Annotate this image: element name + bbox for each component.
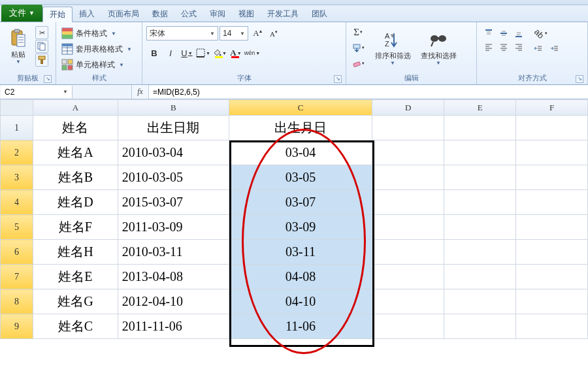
cell-B1[interactable]: 出生日期 — [118, 116, 229, 140]
grow-font-button[interactable]: A▴ — [250, 26, 265, 41]
cell-A8[interactable]: 姓名G — [33, 289, 118, 314]
cell-D9[interactable] — [372, 314, 444, 339]
cut-button[interactable]: ✂ — [35, 26, 48, 39]
cell-A2[interactable]: 姓名A — [33, 140, 118, 165]
cell-D6[interactable] — [372, 240, 444, 265]
align-center-button[interactable] — [496, 40, 512, 54]
cell-F6[interactable] — [516, 240, 588, 265]
cell-D7[interactable] — [372, 265, 444, 289]
align-middle-button[interactable] — [496, 26, 512, 41]
sort-filter-button[interactable]: AZ 排序和筛选 ▼ — [371, 25, 414, 71]
cell-A7[interactable]: 姓名E — [33, 265, 118, 289]
cell-C1[interactable]: 出生月日 — [229, 116, 372, 140]
dialog-launcher-icon[interactable]: ↘ — [44, 75, 52, 83]
border-button[interactable]: ▼ — [195, 46, 211, 60]
table-format-button[interactable]: 套用表格格式 ▼ — [60, 42, 133, 56]
cell-A1[interactable]: 姓名 — [33, 116, 118, 140]
align-top-button[interactable] — [481, 26, 497, 41]
cell-B3[interactable]: 2010-03-05 — [118, 165, 229, 190]
tab-team[interactable]: 团队 — [305, 6, 334, 22]
tab-insert[interactable]: 插入 — [73, 6, 101, 22]
tab-formulas[interactable]: 公式 — [174, 6, 203, 22]
cell-E7[interactable] — [444, 265, 516, 289]
find-select-button[interactable]: 查找和选择 ▼ — [417, 25, 460, 71]
autosum-button[interactable]: Σ▾ — [350, 25, 366, 39]
row-header-2[interactable]: 2 — [1, 140, 33, 165]
font-color-button[interactable]: A ▼ — [228, 46, 244, 60]
increase-indent-button[interactable] — [547, 42, 563, 56]
cell-E1[interactable] — [444, 116, 516, 140]
cell-B6[interactable]: 2010-03-11 — [118, 240, 229, 265]
cell-A4[interactable]: 姓名D — [33, 190, 118, 215]
tab-home[interactable]: 开始 — [42, 7, 73, 22]
conditional-format-button[interactable]: 条件格式 ▼ — [60, 26, 118, 41]
col-header-F[interactable]: F — [516, 100, 588, 116]
font-name-select[interactable]: 宋体 ▼ — [146, 26, 218, 41]
font-size-select[interactable]: 14 ▼ — [220, 26, 248, 41]
tab-developer[interactable]: 开发工具 — [261, 6, 305, 22]
cell-B4[interactable]: 2015-03-07 — [118, 190, 229, 215]
row-header-3[interactable]: 3 — [1, 165, 33, 190]
cell-C5[interactable]: 03-09 — [229, 215, 372, 240]
clear-button[interactable]: ▾ — [350, 56, 366, 71]
cell-F2[interactable] — [516, 140, 588, 165]
row-header-9[interactable]: 9 — [1, 314, 33, 339]
cell-D4[interactable] — [372, 190, 444, 215]
decrease-indent-button[interactable] — [531, 42, 546, 56]
cell-styles-button[interactable]: 单元格样式 ▼ — [60, 57, 125, 72]
cell-E6[interactable] — [444, 240, 516, 265]
row-header-7[interactable]: 7 — [1, 265, 33, 289]
chevron-down-icon[interactable]: ▼ — [63, 89, 68, 95]
align-right-button[interactable] — [511, 40, 527, 54]
tab-layout[interactable]: 页面布局 — [101, 6, 146, 22]
cell-E2[interactable] — [444, 140, 516, 165]
bold-button[interactable]: B — [146, 46, 162, 60]
col-header-D[interactable]: D — [372, 100, 444, 116]
align-left-button[interactable] — [481, 40, 497, 54]
tab-view[interactable]: 视图 — [232, 6, 261, 22]
cell-F3[interactable] — [516, 165, 588, 190]
name-box[interactable]: C2 ▼ — [1, 86, 73, 98]
cell-C7[interactable]: 04-08 — [229, 265, 372, 289]
cell-C4[interactable]: 03-07 — [229, 190, 372, 215]
cell-A5[interactable]: 姓名F — [33, 215, 118, 240]
cell-E9[interactable] — [444, 314, 516, 339]
cell-B2[interactable]: 2010-03-04 — [118, 140, 229, 165]
formula-input[interactable]: =MID(B2,6,5) — [149, 86, 588, 98]
italic-button[interactable]: I — [163, 46, 178, 60]
cell-F1[interactable] — [516, 116, 588, 140]
row-header-1[interactable]: 1 — [1, 116, 33, 140]
cell-F5[interactable] — [516, 215, 588, 240]
cell-F4[interactable] — [516, 190, 588, 215]
row-header-6[interactable]: 6 — [1, 240, 33, 265]
fill-button[interactable]: ▾ — [350, 41, 366, 55]
cell-C9[interactable]: 11-06 — [229, 314, 372, 339]
cell-B7[interactable]: 2013-04-08 — [118, 265, 229, 289]
cell-E4[interactable] — [444, 190, 516, 215]
cell-D8[interactable] — [372, 289, 444, 314]
dialog-launcher-icon[interactable]: ↘ — [576, 75, 583, 83]
cell-A9[interactable]: 姓名C — [33, 314, 118, 339]
cell-E5[interactable] — [444, 215, 516, 240]
cell-A6[interactable]: 姓名H — [33, 240, 118, 265]
cell-A3[interactable]: 姓名B — [33, 165, 118, 190]
cell-E8[interactable] — [444, 289, 516, 314]
copy-button[interactable] — [35, 40, 48, 53]
cell-B8[interactable]: 2012-04-10 — [118, 289, 229, 314]
cell-D2[interactable] — [372, 140, 444, 165]
tab-review[interactable]: 审阅 — [203, 6, 232, 22]
cell-F8[interactable] — [516, 289, 588, 314]
cell-D1[interactable] — [372, 116, 444, 140]
col-header-E[interactable]: E — [444, 100, 516, 116]
cell-F9[interactable] — [516, 314, 588, 339]
tab-data[interactable]: 数据 — [146, 6, 174, 22]
cell-E3[interactable] — [444, 165, 516, 190]
tab-file[interactable]: 文件 ▼ — [1, 5, 42, 22]
format-painter-button[interactable] — [35, 54, 48, 67]
cell-B9[interactable]: 2011-11-06 — [118, 314, 229, 339]
underline-button[interactable]: U▼ — [179, 46, 195, 60]
dialog-launcher-icon[interactable]: ↘ — [334, 75, 342, 83]
col-header-C[interactable]: C — [229, 100, 372, 116]
row-header-5[interactable]: 5 — [1, 215, 33, 240]
shrink-font-button[interactable]: A▾ — [266, 26, 282, 41]
